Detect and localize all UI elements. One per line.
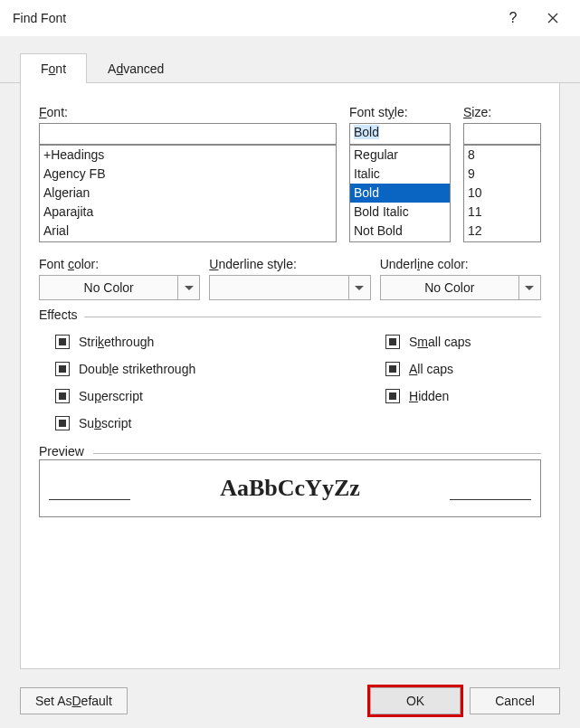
checkbox-subscript[interactable]: Subscript — [39, 410, 369, 437]
close-button[interactable] — [533, 4, 573, 33]
size-option[interactable]: 11 — [464, 203, 540, 222]
button-bar: Set As Default OK Cancel — [0, 674, 580, 728]
size-label: Size: — [463, 105, 541, 119]
underline-style-dropdown[interactable] — [209, 275, 370, 300]
font-color-label: Font color: — [39, 257, 200, 271]
checkbox-icon — [385, 389, 400, 403]
underline-color-dropdown[interactable]: No Color — [380, 275, 541, 300]
close-icon — [547, 13, 558, 24]
checkbox-strikethrough[interactable]: Strikethrough — [39, 328, 369, 355]
color-underline-row: Font color: No Color Underline style: Un… — [39, 257, 541, 300]
font-style-label: Font style: — [349, 105, 451, 119]
effects-group: Effects Strikethrough Double strikethrou… — [39, 317, 541, 437]
font-label: Font: — [39, 105, 337, 119]
style-option[interactable]: Not Bold — [350, 222, 450, 241]
font-option[interactable]: Algerian — [40, 184, 336, 203]
preview-label: Preview — [39, 444, 88, 459]
style-option[interactable]: Italic — [350, 165, 450, 184]
font-option[interactable]: Aparajita — [40, 203, 336, 222]
tab-advanced[interactable]: Advanced — [87, 53, 185, 83]
preview-group: Preview AaBbCcYyZz — [39, 453, 541, 517]
checkbox-superscript[interactable]: Superscript — [39, 383, 369, 410]
help-button[interactable]: ? — [493, 4, 533, 33]
font-input[interactable] — [39, 123, 337, 145]
tabbar: Font Advanced — [0, 36, 580, 83]
dialog-title: Find Font — [13, 11, 493, 25]
checkbox-icon — [55, 416, 70, 430]
font-style-input[interactable]: Bold — [349, 123, 451, 145]
size-option[interactable]: 8 — [464, 146, 540, 165]
style-option[interactable]: Bold Italic — [350, 203, 450, 222]
preview-box: AaBbCcYyZz — [39, 459, 541, 517]
set-as-default-button[interactable]: Set As Default — [20, 687, 128, 714]
font-color-dropdown[interactable]: No Color — [39, 275, 200, 300]
style-option[interactable]: Bold — [350, 184, 450, 203]
chevron-down-icon — [348, 276, 370, 299]
font-option[interactable]: Arial — [40, 222, 336, 241]
checkbox-icon — [55, 389, 70, 403]
tab-font[interactable]: Font — [20, 53, 87, 83]
size-option[interactable]: 12 — [464, 222, 540, 241]
size-option[interactable]: 10 — [464, 184, 540, 203]
size-listbox[interactable]: 8 9 10 11 12 — [463, 145, 541, 242]
ok-button[interactable]: OK — [370, 687, 461, 714]
checkbox-all-caps[interactable]: All caps — [369, 355, 541, 383]
checkbox-icon — [55, 362, 70, 376]
preview-text: AaBbCcYyZz — [220, 475, 360, 502]
find-font-dialog: Find Font ? Font Advanced Font: +Heading… — [0, 0, 580, 728]
checkbox-icon — [385, 335, 400, 349]
underline-color-label: Underline color: — [380, 257, 541, 271]
size-input[interactable] — [463, 123, 541, 145]
chevron-down-icon — [177, 276, 199, 299]
font-style-listbox[interactable]: Regular Italic Bold Bold Italic Not Bold — [349, 145, 451, 242]
checkbox-small-caps[interactable]: Small caps — [369, 328, 541, 355]
font-selection-row: Font: +Headings Agency FB Algerian Apara… — [39, 105, 541, 242]
effects-label: Effects — [39, 307, 81, 322]
font-panel: Font: +Headings Agency FB Algerian Apara… — [20, 83, 560, 669]
titlebar: Find Font ? — [0, 0, 580, 36]
style-option[interactable]: Regular — [350, 146, 450, 165]
underline-style-label: Underline style: — [209, 257, 370, 271]
checkbox-hidden[interactable]: Hidden — [369, 383, 541, 410]
font-option[interactable]: +Headings — [40, 146, 336, 165]
chevron-down-icon — [518, 276, 540, 299]
font-listbox[interactable]: +Headings Agency FB Algerian Aparajita A… — [39, 145, 337, 242]
checkbox-icon — [385, 362, 400, 376]
checkbox-double-strikethrough[interactable]: Double strikethrough — [39, 355, 369, 383]
size-option[interactable]: 9 — [464, 165, 540, 184]
checkbox-icon — [55, 335, 70, 349]
cancel-button[interactable]: Cancel — [470, 687, 560, 714]
font-option[interactable]: Agency FB — [40, 165, 336, 184]
